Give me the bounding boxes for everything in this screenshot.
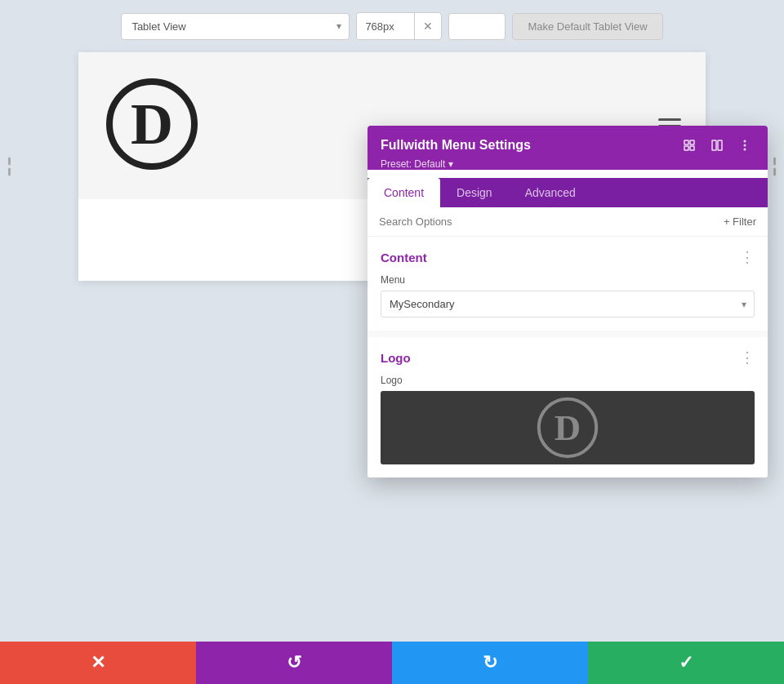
size-clear-button[interactable]: ✕ [414, 13, 441, 39]
panel-header-icons [679, 137, 755, 153]
content-section-header: Content ⋮ [381, 250, 755, 264]
tab-advanced[interactable]: Advanced [509, 178, 592, 207]
svg-rect-4 [684, 146, 688, 150]
panel-header: Fullwidth Menu Settings [368, 126, 768, 170]
save-button[interactable]: ✓ [588, 642, 784, 684]
menu-field-label: Menu [381, 274, 755, 286]
panel-tabs: Content Design Advanced [368, 178, 768, 207]
panel-search: + Filter [368, 207, 768, 237]
logo-section-title: Logo [381, 351, 411, 365]
search-input[interactable] [379, 215, 724, 228]
svg-rect-7 [718, 140, 722, 150]
svg-text:D: D [131, 91, 173, 157]
svg-rect-6 [712, 140, 716, 150]
panel-body: + Filter Content ⋮ Menu MySecondary Prim… [368, 207, 768, 477]
panel-preset-arrow: ▾ [448, 158, 453, 170]
logo-section-more-button[interactable]: ⋮ [740, 350, 755, 365]
content-section: Content ⋮ Menu MySecondary Primary Menu … [368, 237, 768, 331]
logo-field-label: Logo [381, 375, 755, 386]
panel-title: Fullwidth Menu Settings [381, 138, 531, 153]
undo-button[interactable]: ↺ [196, 642, 392, 684]
svg-rect-2 [684, 140, 688, 144]
panel-preset: Preset: Default ▾ [381, 158, 755, 170]
cancel-button[interactable]: ✕ [0, 642, 196, 684]
view-select-wrapper: Tablet View ▾ [121, 13, 350, 40]
menu-select-wrapper: MySecondary Primary Menu Footer Menu ▾ [381, 291, 755, 318]
top-toolbar: Tablet View ▾ ✕ Make Default Tablet View [0, 0, 784, 52]
logo-section: Logo ⋮ Logo D [368, 337, 768, 477]
tab-design[interactable]: Design [440, 178, 509, 207]
svg-rect-3 [690, 140, 694, 144]
page-logo: D [103, 75, 201, 176]
resize-handle-left-line-1 [8, 158, 11, 166]
panel-expand-icon[interactable] [679, 137, 699, 153]
panel-header-top: Fullwidth Menu Settings [381, 137, 755, 153]
panel-preset-label[interactable]: Preset: Default [381, 158, 445, 170]
resize-handle-left-line-2 [8, 168, 11, 176]
logo-preview[interactable]: D [381, 391, 755, 464]
logo-section-header: Logo ⋮ [381, 350, 755, 365]
svg-text:D: D [555, 407, 581, 448]
canvas-area: D Fullwidth Menu Settings [0, 52, 784, 281]
svg-point-10 [744, 149, 746, 151]
svg-rect-5 [690, 146, 694, 150]
tab-content[interactable]: Content [368, 178, 440, 207]
resize-handle-right-line-1 [773, 158, 776, 166]
hamburger-line-1 [658, 118, 681, 121]
panel-columns-icon[interactable] [707, 137, 727, 153]
content-section-title: Content [381, 251, 427, 264]
size-input[interactable] [357, 14, 414, 39]
redo-button[interactable]: ↻ [392, 642, 588, 684]
make-default-button[interactable]: Make Default Tablet View [512, 13, 662, 40]
second-size-input[interactable] [448, 13, 506, 40]
svg-point-9 [744, 144, 746, 147]
filter-button[interactable]: + Filter [724, 215, 756, 228]
menu-select[interactable]: MySecondary Primary Menu Footer Menu [381, 291, 755, 318]
svg-point-8 [744, 140, 746, 143]
settings-panel: Fullwidth Menu Settings [368, 126, 768, 477]
resize-handle-right[interactable] [773, 158, 776, 176]
panel-more-icon[interactable] [735, 137, 755, 153]
resize-handle-right-line-2 [773, 168, 776, 176]
view-select[interactable]: Tablet View [121, 13, 350, 40]
size-input-wrapper: ✕ [356, 12, 442, 40]
bottom-bar: ✕ ↺ ↻ ✓ [0, 642, 784, 684]
resize-handle-left[interactable] [8, 158, 11, 176]
content-section-more-button[interactable]: ⋮ [740, 250, 755, 264]
